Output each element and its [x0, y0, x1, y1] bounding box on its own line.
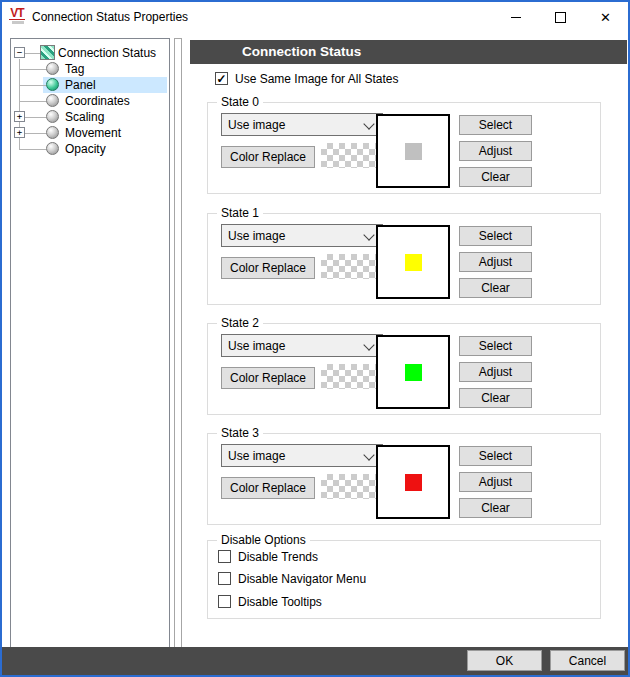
disable-tooltips-checkbox[interactable]: [218, 595, 231, 608]
clear-button[interactable]: Clear: [459, 278, 532, 298]
state-color-square: [405, 474, 422, 491]
orb-icon: [46, 142, 59, 155]
image-preview: [376, 225, 450, 299]
use-same-image-checkbox[interactable]: ✓: [215, 72, 228, 85]
tree-item-label: Scaling: [65, 110, 104, 124]
image-mode-dropdown[interactable]: Use image: [221, 444, 383, 467]
color-replace-button[interactable]: Color Replace: [221, 367, 315, 389]
properties-panel: Connection Status ✓ Use Same Image for A…: [190, 38, 627, 648]
chevron-down-icon: [363, 339, 374, 350]
app-logo-icon: VT: [9, 7, 27, 25]
color-replace-button[interactable]: Color Replace: [221, 146, 315, 168]
tree-item-panel-selected[interactable]: Panel: [11, 77, 169, 93]
clear-button[interactable]: Clear: [459, 388, 532, 408]
tree-item-connection-status[interactable]: − Connection Status: [11, 45, 169, 61]
group-label: State 1: [217, 206, 263, 220]
tree-item-scaling[interactable]: + Scaling: [11, 109, 169, 125]
selection-highlight: [43, 77, 167, 93]
panel-header: Connection Status: [190, 40, 627, 64]
group-label: State 3: [217, 426, 263, 440]
adjust-button[interactable]: Adjust: [459, 472, 532, 492]
image-preview: [376, 335, 450, 409]
color-replace-button[interactable]: Color Replace: [221, 477, 315, 499]
clear-button[interactable]: Clear: [459, 498, 532, 518]
disable-tooltips-label: Disable Tooltips: [238, 595, 322, 609]
tree-item-opacity[interactable]: Opacity: [11, 141, 169, 157]
checkmark-icon: ✓: [216, 73, 226, 85]
dialog-window: VT Connection Status Properties ✕ − Conn…: [0, 0, 630, 677]
image-mode-dropdown[interactable]: Use image: [221, 334, 383, 357]
maximize-button[interactable]: [538, 2, 583, 32]
tree-item-label: Coordinates: [65, 94, 130, 108]
state-0-group: State 0 Use image Color Replace Select A…: [207, 102, 601, 194]
group-label: Disable Options: [217, 533, 310, 547]
collapse-box-icon[interactable]: −: [14, 47, 25, 58]
connection-status-node-icon: [40, 45, 55, 60]
disable-navigator-menu-checkbox[interactable]: [218, 572, 231, 585]
clear-button[interactable]: Clear: [459, 167, 532, 187]
close-button[interactable]: ✕: [583, 2, 628, 32]
minimize-button[interactable]: [493, 2, 538, 32]
image-mode-dropdown[interactable]: Use image: [221, 224, 383, 247]
adjust-button[interactable]: Adjust: [459, 141, 532, 161]
chevron-down-icon: [363, 229, 374, 240]
disable-trends-label: Disable Trends: [238, 550, 318, 564]
state-color-square: [405, 143, 422, 160]
select-button[interactable]: Select: [459, 115, 532, 135]
select-button[interactable]: Select: [459, 336, 532, 356]
state-color-square: [405, 364, 422, 381]
tree-item-movement[interactable]: + Movement: [11, 125, 169, 141]
color-replace-button[interactable]: Color Replace: [221, 257, 315, 279]
state-color-square: [405, 254, 422, 271]
expand-box-icon[interactable]: +: [14, 111, 25, 122]
cancel-button[interactable]: Cancel: [550, 650, 625, 671]
image-preview: [376, 445, 450, 519]
image-mode-dropdown[interactable]: Use image: [221, 113, 383, 136]
disable-options-group: Disable Options Disable Trends Disable N…: [207, 540, 601, 619]
state-2-group: State 2 Use image Color Replace Select A…: [207, 323, 601, 415]
transparency-swatch: [321, 143, 383, 168]
state-1-group: State 1 Use image Color Replace Select A…: [207, 213, 601, 305]
tree-item-label: Connection Status: [58, 46, 156, 60]
window-title: Connection Status Properties: [32, 10, 188, 24]
title-bar: VT Connection Status Properties ✕: [2, 2, 628, 32]
orb-icon: [46, 126, 59, 139]
chevron-down-icon: [363, 449, 374, 460]
transparency-swatch: [321, 474, 383, 499]
tree-panel-splitter[interactable]: [174, 38, 182, 648]
orb-icon: [46, 62, 59, 75]
transparency-swatch: [321, 364, 383, 389]
tree-item-label: Opacity: [65, 142, 106, 156]
chevron-down-icon: [363, 118, 374, 129]
tree-item-tag[interactable]: Tag: [11, 61, 169, 77]
transparency-swatch: [321, 254, 383, 279]
orb-icon-green: [46, 78, 59, 91]
select-button[interactable]: Select: [459, 446, 532, 466]
image-preview: [376, 114, 450, 188]
adjust-button[interactable]: Adjust: [459, 252, 532, 272]
group-label: State 2: [217, 316, 263, 330]
orb-icon: [46, 110, 59, 123]
orb-icon: [46, 94, 59, 107]
caption-buttons: ✕: [493, 2, 628, 32]
select-button[interactable]: Select: [459, 226, 532, 246]
disable-trends-checkbox[interactable]: [218, 550, 231, 563]
adjust-button[interactable]: Adjust: [459, 362, 532, 382]
state-3-group: State 3 Use image Color Replace Select A…: [207, 433, 601, 525]
tree-item-coordinates[interactable]: Coordinates: [11, 93, 169, 109]
minimize-icon: [511, 17, 521, 18]
footer-bar: OK Cancel: [2, 647, 628, 675]
disable-navigator-menu-label: Disable Navigator Menu: [238, 572, 366, 586]
close-icon: ✕: [600, 11, 611, 24]
maximize-icon: [555, 12, 566, 23]
expand-box-icon[interactable]: +: [14, 127, 25, 138]
tree-item-label: Movement: [65, 126, 121, 140]
tree-item-label: Tag: [65, 62, 84, 76]
group-label: State 0: [217, 95, 263, 109]
property-tree: − Connection Status Tag Panel Coordinate…: [10, 38, 170, 648]
use-same-image-label: Use Same Image for All States: [235, 72, 398, 86]
ok-button[interactable]: OK: [467, 650, 542, 671]
tree-item-label: Panel: [65, 78, 96, 92]
